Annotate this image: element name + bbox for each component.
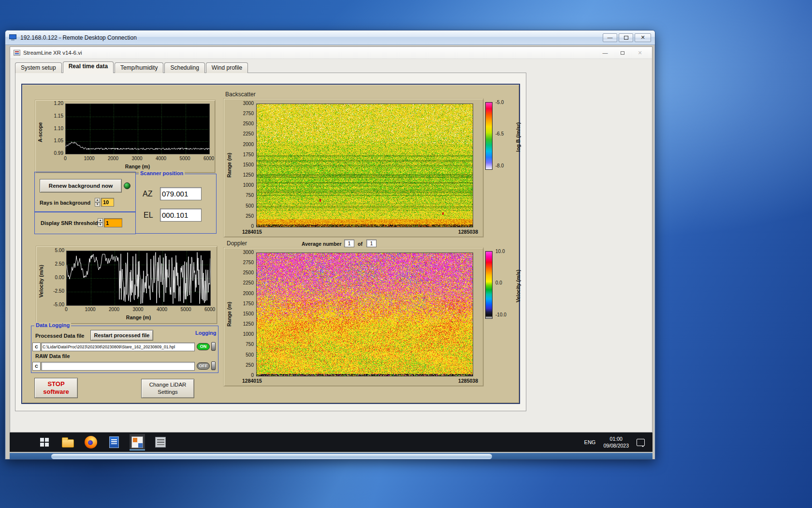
- app-titlebar[interactable]: StreamLine XR v14-6.vi — ✕: [10, 47, 652, 59]
- ascope-x-axis-ticks: 0100020003000400050006000: [56, 156, 218, 161]
- tab-system-setup[interactable]: System setup: [15, 62, 62, 73]
- of-label: of: [358, 241, 362, 247]
- colorbar-tick: -10.0: [495, 312, 507, 317]
- restart-processed-file-button[interactable]: Restart processed file: [90, 330, 153, 341]
- snr-spinner[interactable]: ▲ ▼: [98, 218, 103, 227]
- velocity-y-axis-ticks: 5.002.500.00-2.50-5.00: [45, 248, 64, 308]
- doppler-y-axis-label: Range (m): [226, 292, 232, 336]
- document-app-button[interactable]: [106, 434, 122, 450]
- app-close-button[interactable]: ✕: [631, 48, 649, 58]
- taskbar-clock[interactable]: 01:00 09/08/2023: [603, 435, 629, 449]
- rdp-horizontal-scrollbar[interactable]: [10, 453, 652, 459]
- colorbar-tick: -5.0: [495, 100, 504, 105]
- remote-taskbar: ENG 01:00 09/08/2023: [10, 433, 652, 452]
- tab-scheduling[interactable]: Scheduling: [164, 62, 204, 73]
- colorbar-tick: -6.5: [495, 131, 504, 136]
- raw-logging-toggle[interactable]: OFF: [197, 361, 216, 370]
- maximize-icon: [624, 36, 628, 40]
- restore-icon: [621, 51, 624, 55]
- app-minimize-button[interactable]: —: [596, 48, 614, 58]
- doppler-title: Doppler: [227, 240, 247, 247]
- change-lidar-settings-button[interactable]: Change LiDAR Settings: [141, 379, 194, 398]
- tick-label: 5.00: [55, 248, 64, 254]
- backscatter-x-start: 1284015: [242, 229, 262, 235]
- notification-center-icon[interactable]: [637, 439, 645, 446]
- processed-data-file-label: Processed Data file: [35, 333, 85, 339]
- velocity-x-axis-ticks: 0100020003000400050006000: [57, 307, 219, 312]
- tab-real-time-data[interactable]: Real time data: [63, 61, 114, 73]
- processed-drive-selector[interactable]: C: [32, 343, 41, 351]
- snr-threshold-group: Display SNR threshold ▲ ▼ 1: [34, 212, 136, 234]
- az-field[interactable]: 079.001: [160, 187, 202, 200]
- rays-spinner[interactable]: ▲ ▼: [95, 198, 100, 207]
- backscatter-colorbar-label: log B (/m/sr): [515, 104, 521, 170]
- rdp-titlebar[interactable]: 192.168.0.122 - Remote Desktop Connectio…: [5, 30, 655, 45]
- spinner-down-icon[interactable]: ▼: [98, 223, 103, 227]
- average-number-label: Average number: [302, 241, 341, 247]
- rdp-minimize-button[interactable]: —: [603, 33, 617, 42]
- change-lidar-settings-line2: Settings: [158, 388, 178, 396]
- scrollbar-thumb[interactable]: [51, 454, 492, 459]
- backscatter-colorbar-gradient: [485, 102, 493, 170]
- off-toggle[interactable]: OFF: [197, 362, 210, 370]
- tick-label: 3000: [243, 101, 254, 106]
- tick-label: 2250: [243, 280, 254, 286]
- doppler-x-axis: 1284015 1285038: [242, 378, 478, 384]
- toggle-lever[interactable]: [211, 361, 216, 370]
- rdp-close-button[interactable]: ✕: [635, 33, 651, 42]
- minimize-icon: —: [603, 50, 608, 56]
- stop-software-label-line2: software: [43, 388, 69, 396]
- backscatter-plot: [256, 104, 473, 227]
- lidar-front-panel: A-scope 1.201.151.101.050.99 01000200030…: [21, 84, 520, 404]
- start-button[interactable]: [37, 434, 52, 450]
- velocity-plot-canvas: [67, 251, 210, 305]
- data-logging-group: Data Logging Processed Data file Restart…: [31, 326, 218, 373]
- raw-drive-selector[interactable]: C: [32, 362, 41, 371]
- colorbar-tick: 0.0: [495, 280, 502, 285]
- processed-logging-toggle[interactable]: ON: [197, 342, 216, 351]
- display-snr-threshold-label: Display SNR threshold: [41, 220, 98, 226]
- stop-software-label-line1: STOP: [47, 380, 64, 388]
- tick-label: 0: [57, 307, 76, 312]
- tab-wind-profile[interactable]: Wind profile: [206, 62, 248, 73]
- average-number-field[interactable]: 1: [344, 239, 354, 247]
- on-toggle[interactable]: ON: [197, 343, 210, 350]
- ascope-y-axis-label: A-scope: [37, 114, 43, 150]
- tick-label: 500: [246, 352, 254, 358]
- tick-label: 2000: [104, 307, 124, 312]
- toggle-lever[interactable]: [211, 342, 216, 351]
- tick-label: 3000: [129, 307, 148, 312]
- tick-label: 2000: [243, 142, 254, 148]
- spinner-up-icon[interactable]: ▲: [95, 198, 100, 202]
- rays-in-background-field[interactable]: 10: [101, 198, 114, 207]
- app-restore-button[interactable]: [614, 48, 631, 58]
- spinner-up-icon[interactable]: ▲: [98, 218, 103, 223]
- display-snr-threshold-field[interactable]: 1: [104, 218, 122, 227]
- raw-data-file-path[interactable]: [41, 362, 195, 371]
- tick-label: 1000: [81, 307, 100, 312]
- labview-app-button[interactable]: [130, 434, 145, 450]
- el-field[interactable]: 000.101: [160, 209, 202, 222]
- renew-background-button[interactable]: Renew background now: [40, 179, 122, 193]
- spinner-down-icon[interactable]: ▼: [95, 202, 100, 207]
- tick-label: 1750: [243, 301, 254, 307]
- rdp-client-area: StreamLine XR v14-6.vi — ✕ System setup …: [6, 45, 654, 459]
- doppler-plot-canvas: [257, 253, 473, 376]
- firefox-button[interactable]: [83, 434, 99, 450]
- rdp-maximize-button[interactable]: [619, 33, 633, 42]
- doppler-y-axis-ticks: 3000275025002250200017501500125010007505…: [234, 250, 254, 378]
- streamline-app-window: StreamLine XR v14-6.vi — ✕ System setup …: [10, 46, 652, 433]
- tick-label: 1000: [243, 331, 254, 337]
- scan-scheduler-button[interactable]: [153, 434, 168, 450]
- processed-data-file-path[interactable]: C:\Lidar\Data\Proc\2023\202308\20230809\…: [41, 343, 195, 351]
- language-indicator[interactable]: ENG: [584, 439, 596, 445]
- tab-temp-humidity[interactable]: Temp/humidity: [115, 62, 163, 73]
- velocity-plot-frame: Velocity (m/s) 5.002.500.00-2.50-5.00 01…: [36, 246, 218, 324]
- doppler-plot: [256, 253, 473, 376]
- doppler-x-start: 1284015: [242, 378, 262, 384]
- file-explorer-button[interactable]: [60, 434, 75, 450]
- velocity-plot: [66, 251, 211, 306]
- average-count-field[interactable]: 1: [366, 239, 377, 247]
- tick-label: 1.15: [54, 113, 63, 119]
- stop-software-button[interactable]: STOP software: [34, 378, 78, 398]
